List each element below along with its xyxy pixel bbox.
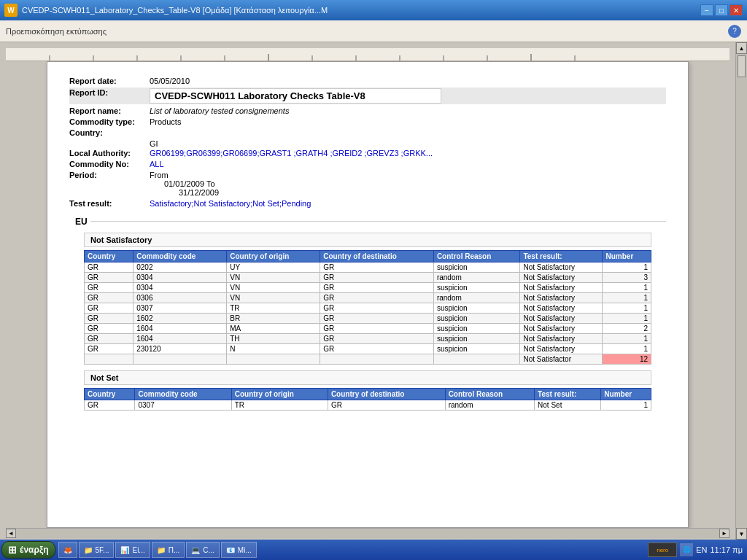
cell-reason: suspicion (433, 334, 520, 344)
cell-result: Not Satisfactory (520, 262, 603, 273)
horizontal-scroll-track[interactable] (16, 529, 719, 538)
network-icon[interactable]: 🌐 (680, 543, 693, 556)
vertical-scrollbar: ▲ ▼ (735, 42, 747, 540)
cell-reason: suspicion (433, 324, 520, 334)
period-from: From (150, 171, 169, 179)
eu-label: EU (75, 217, 88, 227)
cell-country: GR (85, 293, 133, 303)
cell-result: Not Satisfactory (520, 293, 603, 303)
period-label: Period: (69, 171, 150, 197)
cell-number: 1 (603, 293, 651, 303)
minimize-button[interactable]: − (700, 4, 713, 16)
scroll-track[interactable] (736, 54, 747, 528)
period-values: From 01/01/2009 To 31/12/2009 (150, 171, 219, 197)
help-button[interactable]: ? (728, 25, 741, 38)
cell-result: Not Satisfactory (520, 324, 603, 334)
cell-origin: VN (227, 293, 320, 303)
app-icon: W (4, 4, 18, 17)
total-empty-5 (433, 354, 520, 365)
cell-commodity: 1604 (133, 324, 227, 334)
taskbar-item-5[interactable]: 📧 Mi... (221, 542, 257, 558)
not-satisfactory-title: Not Satisfactory (84, 233, 651, 247)
table-row: GR 0307 TR GR suspicion Not Satisfactory… (85, 303, 651, 314)
cell-destination: GR (320, 334, 434, 344)
not-set-header-row: Country Commodity code Country of origin… (85, 389, 651, 400)
cell-destination: GR (328, 400, 445, 411)
col-commodity-code: Commodity code (133, 251, 227, 262)
cell-result: Not Satisfactory (520, 344, 603, 354)
scroll-right-button[interactable]: ► (719, 529, 729, 538)
cell-reason: suspicion (433, 303, 520, 314)
col-country: Country (85, 389, 135, 400)
report-date-label: Report date: (69, 77, 150, 85)
cell-destination: GR (320, 324, 434, 334)
cell-result: Not Satisfactory (520, 334, 603, 344)
cell-destination: GR (320, 293, 434, 303)
cell-reason: random (445, 400, 534, 411)
cell-destination: GR (320, 273, 434, 283)
report-id-label: Report ID: (69, 88, 150, 104)
cell-origin: MA (227, 324, 320, 334)
test-result-row: Test result: Satisfactory;Not Satisfacto… (69, 199, 666, 208)
country-label: Country: (69, 128, 150, 137)
cell-destination: GR (320, 314, 434, 324)
taskbar-item-2[interactable]: 📊 Ei... (115, 542, 150, 558)
cell-result: Not Satisfactory (520, 283, 603, 293)
restore-button[interactable]: □ (715, 4, 728, 16)
col-test-result: Test result: (535, 389, 601, 400)
table-row: GR 230120 N GR suspicion Not Satisfactor… (85, 344, 651, 354)
cell-destination: GR (320, 262, 434, 273)
not-satisfactory-table: Country Commodity code Country of origin… (84, 250, 651, 365)
local-authority-label: Local Authority: (69, 149, 150, 158)
toolbar: Προεπισκόπηση εκτύπωσης ? (0, 20, 747, 42)
period-to-date: 31/12/2009 (179, 188, 219, 197)
cell-commodity: 0307 (133, 303, 227, 314)
cell-origin: UY (227, 262, 320, 273)
total-empty-3 (227, 354, 320, 365)
table-row: GR 0306 VN GR random Not Satisfactory 1 (85, 293, 651, 303)
col-number: Number (603, 251, 651, 262)
start-label: έναρξη (20, 545, 49, 555)
cell-origin: BR (227, 314, 320, 324)
cell-origin: N (227, 344, 320, 354)
local-authority-value: GR06199;GR06399;GR06699;GRAST1 ;GRATH4 ;… (150, 149, 433, 158)
cell-number: 1 (603, 314, 651, 324)
cell-number: 2 (603, 324, 651, 334)
cell-country: GR (85, 334, 133, 344)
total-empty-4 (320, 354, 434, 365)
cell-origin: TR (231, 400, 328, 411)
scroll-left-button[interactable]: ◄ (6, 529, 16, 538)
taskbar-icon-5: 📧 (226, 546, 235, 554)
cell-destination: GR (320, 303, 434, 314)
taskbar-icon-3: 📁 (157, 546, 166, 554)
table-row: GR 0304 VN GR suspicion Not Satisfactory… (85, 283, 651, 293)
not-set-table-wrapper: Country Commodity code Country of origin… (84, 388, 651, 411)
table-row: GR 1604 MA GR suspicion Not Satisfactory… (85, 324, 651, 334)
cell-commodity: 0306 (133, 293, 227, 303)
start-button[interactable]: ⊞ έναρξη (1, 541, 55, 559)
ruler (6, 48, 729, 61)
taskbar-item-4[interactable]: 💻 C... (186, 542, 220, 558)
scroll-up-button[interactable]: ▲ (736, 42, 747, 54)
nero-icon[interactable]: nero (648, 542, 677, 557)
title-bar: W CVEDP-SCWH011_Laboratory_Checks_Table-… (0, 0, 747, 20)
taskbar-item-1[interactable]: 📁 5F... (79, 542, 115, 558)
taskbar-label-4: C... (203, 546, 214, 554)
not-satisfactory-table-wrapper: Country Commodity code Country of origin… (84, 250, 651, 365)
cell-country: GR (85, 324, 133, 334)
scroll-thumb[interactable] (738, 55, 746, 77)
total-row: Not Satisfactor 12 (85, 354, 651, 365)
taskbar-item-firefox[interactable]: 🦊 (58, 542, 77, 558)
close-button[interactable]: ✕ (729, 4, 743, 16)
cell-commodity: 0304 (133, 273, 227, 283)
cell-reason: random (433, 273, 520, 283)
cell-reason: suspicion (433, 262, 520, 273)
cell-number: 1 (603, 344, 651, 354)
report-name-label: Report name: (69, 106, 150, 115)
cell-number: 3 (603, 273, 651, 283)
cell-commodity: 0307 (135, 400, 231, 411)
country-code: GI (150, 139, 158, 148)
scroll-down-button[interactable]: ▼ (736, 528, 747, 540)
cell-country: GR (85, 344, 133, 354)
taskbar-item-3[interactable]: 📁 Π... (152, 542, 185, 558)
